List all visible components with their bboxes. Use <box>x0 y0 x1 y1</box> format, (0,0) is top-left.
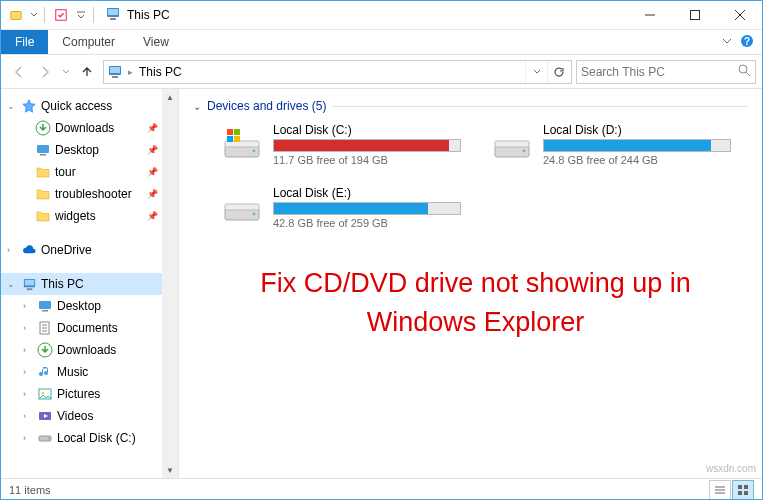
svg-point-46 <box>253 213 256 216</box>
divider <box>332 106 748 107</box>
help-icon[interactable]: ? <box>740 34 754 51</box>
minimize-button[interactable] <box>627 1 672 29</box>
addr-caret-icon[interactable]: ▸ <box>128 67 133 77</box>
sidebar-this-pc[interactable]: ⌄ This PC <box>1 273 178 295</box>
statusbar: 11 items <box>1 478 762 500</box>
caret-right-icon[interactable]: › <box>23 433 33 443</box>
svg-point-43 <box>523 150 526 153</box>
scroll-down-icon[interactable]: ▼ <box>166 462 174 478</box>
properties-icon[interactable] <box>50 4 72 26</box>
sidebar-item[interactable]: widgets📌 <box>1 205 178 227</box>
caret-down-icon[interactable]: ⌄ <box>7 279 17 289</box>
drive-info: Local Disk (D:)24.8 GB free of 244 GB <box>543 123 731 166</box>
forward-button[interactable] <box>33 60 57 84</box>
drive-item[interactable]: Local Disk (D:)24.8 GB free of 244 GB <box>491 123 731 166</box>
drive-icon <box>491 123 533 165</box>
caret-right-icon[interactable]: › <box>23 345 33 355</box>
sidebar-item[interactable]: ›Desktop <box>1 295 178 317</box>
drive-free-text: 42.8 GB free of 259 GB <box>273 217 461 229</box>
view-details-button[interactable] <box>709 480 731 500</box>
star-icon <box>21 98 37 114</box>
sidebar-item[interactable]: ›Pictures <box>1 383 178 405</box>
caret-right-icon[interactable]: › <box>23 367 33 377</box>
close-button[interactable] <box>717 1 762 29</box>
videos-icon <box>37 408 53 424</box>
search-icon[interactable] <box>738 64 751 80</box>
quick-access-toolbar <box>1 4 101 26</box>
sidebar-item[interactable]: ›Downloads <box>1 339 178 361</box>
pc-icon <box>106 63 124 81</box>
svg-rect-17 <box>37 145 49 153</box>
search-box[interactable] <box>576 60 756 84</box>
group-header[interactable]: ⌄ Devices and drives (5) <box>193 99 748 113</box>
sidebar-item[interactable]: tour📌 <box>1 161 178 183</box>
folder-icon <box>35 186 51 202</box>
sidebar-onedrive[interactable]: › OneDrive <box>1 239 178 261</box>
ribbon-expand-icon[interactable] <box>722 35 732 49</box>
group-title: Devices and drives (5) <box>207 99 326 113</box>
search-input[interactable] <box>581 65 734 79</box>
qat-more-icon[interactable] <box>74 4 88 26</box>
sidebar-item-label: This PC <box>41 277 84 291</box>
svg-rect-53 <box>744 491 748 495</box>
sidebar-item[interactable]: Downloads📌 <box>1 117 178 139</box>
sidebar-item-label: Downloads <box>57 343 116 357</box>
svg-line-15 <box>746 72 750 76</box>
svg-point-30 <box>42 392 45 395</box>
svg-rect-12 <box>110 67 120 73</box>
scroll-up-icon[interactable]: ▲ <box>166 89 174 105</box>
drive-item[interactable]: Local Disk (E:)42.8 GB free of 259 GB <box>221 186 461 229</box>
drive-name: Local Disk (D:) <box>543 123 731 137</box>
drive-info: Local Disk (E:)42.8 GB free of 259 GB <box>273 186 461 229</box>
drive-usage-bar <box>273 202 461 215</box>
sidebar-item-label: Local Disk (C:) <box>57 431 136 445</box>
refresh-button[interactable] <box>547 61 569 83</box>
sidebar-quick-access[interactable]: ⌄ Quick access <box>1 95 178 117</box>
scrollbar[interactable]: ▲ ▼ <box>162 89 178 478</box>
drive-name: Local Disk (C:) <box>273 123 461 137</box>
tab-computer[interactable]: Computer <box>48 30 129 54</box>
caret-right-icon[interactable]: › <box>23 301 33 311</box>
caret-right-icon[interactable]: › <box>23 389 33 399</box>
svg-point-33 <box>48 438 50 440</box>
window-controls <box>627 1 762 29</box>
view-tiles-button[interactable] <box>732 480 754 500</box>
back-button[interactable] <box>7 60 31 84</box>
tab-view[interactable]: View <box>129 30 183 54</box>
svg-rect-0 <box>11 12 22 20</box>
caret-right-icon[interactable]: › <box>23 323 33 333</box>
svg-rect-45 <box>225 204 259 210</box>
drives-list: Local Disk (C:)11.7 GB free of 194 GBLoc… <box>193 123 748 229</box>
chevron-down-icon[interactable]: ⌄ <box>193 101 201 112</box>
drive-item[interactable]: Local Disk (C:)11.7 GB free of 194 GB <box>221 123 461 166</box>
qat-dropdown-icon[interactable] <box>29 4 39 26</box>
address-bar[interactable]: ▸ This PC <box>103 60 572 84</box>
recent-dropdown-icon[interactable] <box>59 60 73 84</box>
maximize-button[interactable] <box>672 1 717 29</box>
sidebar-item[interactable]: ›Videos <box>1 405 178 427</box>
caret-down-icon[interactable]: ⌄ <box>7 101 17 111</box>
sidebar-item-label: Quick access <box>41 99 112 113</box>
pictures-icon <box>37 386 53 402</box>
titlebar: This PC <box>1 1 762 30</box>
up-button[interactable] <box>75 60 99 84</box>
tab-file[interactable]: File <box>1 30 48 54</box>
desktop-icon <box>35 142 51 158</box>
caret-right-icon[interactable]: › <box>7 245 17 255</box>
address-dropdown-icon[interactable] <box>525 61 547 83</box>
ribbon: File Computer View ? <box>1 30 762 55</box>
sidebar-item[interactable]: ›Music <box>1 361 178 383</box>
drive-usage-bar <box>543 139 731 152</box>
watermark: wsxdn.com <box>706 463 756 474</box>
sidebar-item[interactable]: troubleshooter📌 <box>1 183 178 205</box>
svg-rect-40 <box>234 136 240 142</box>
system-menu-icon[interactable] <box>5 4 27 26</box>
caret-right-icon[interactable]: › <box>23 411 33 421</box>
content-pane: ⌄ Devices and drives (5) Local Disk (C:)… <box>179 89 762 478</box>
sidebar-item[interactable]: ›Local Disk (C:) <box>1 427 178 449</box>
sidebar-item[interactable]: Desktop📌 <box>1 139 178 161</box>
sidebar-item[interactable]: ›Documents <box>1 317 178 339</box>
sidebar-item-label: OneDrive <box>41 243 92 257</box>
downloads-icon <box>37 342 53 358</box>
cloud-icon <box>21 242 37 258</box>
